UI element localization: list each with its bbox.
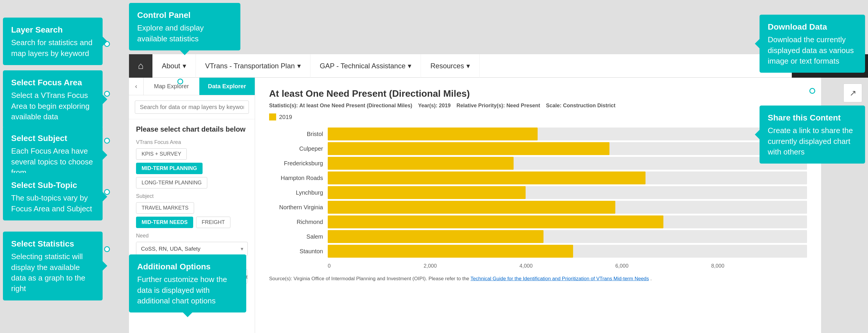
bar-track (328, 157, 807, 170)
panel-heading: Please select chart details below (136, 125, 248, 133)
bar-fill (328, 215, 663, 229)
focus-btn-longterm[interactable]: LONG-TERM PLANNING (136, 177, 207, 188)
x-axis-tick: 8,000 (711, 263, 807, 269)
subject-btn-travel[interactable]: TRAVEL MARKETS (136, 202, 194, 214)
share-button[interactable]: ↗ (843, 84, 862, 102)
bar-fill (328, 201, 615, 214)
bar-row: Northern Virginia (269, 201, 807, 214)
x-axis-tick: 6,000 (615, 263, 711, 269)
need-select-container: CoSS, RN, UDA, Safety ▾ (136, 242, 248, 255)
bar-track (328, 245, 807, 258)
bar-label: Richmond (269, 219, 328, 225)
tab-back-button[interactable]: ‹ (129, 78, 144, 95)
tooltip-layer-search: Layer Search Search for statistics and m… (3, 18, 102, 65)
bar-label: Hampton Roads (269, 175, 328, 181)
search-bar-container (129, 95, 255, 119)
tooltip-select-subtopic: Select Sub-Topic The sub-topics vary by … (3, 173, 102, 220)
need-select[interactable]: CoSS, RN, UDA, Safety (136, 242, 237, 255)
need-label: Need (136, 233, 248, 239)
legend-label: 2019 (279, 114, 292, 120)
x-axis-tick: 0 (328, 263, 424, 269)
bar-label: Culpeper (269, 145, 328, 152)
bar-row: Richmond (269, 215, 807, 229)
chart-area: At least One Need Present (Directional M… (255, 78, 821, 333)
chevron-down-icon: ▾ (466, 62, 470, 70)
meta-scale-value: Construction District (563, 102, 616, 109)
tooltip-select-focus-area: Select Focus Area Select a VTrans Focus … (3, 70, 102, 128)
meta-year-value: 2019 (439, 102, 451, 109)
bar-row: Bristol (269, 127, 807, 141)
focus-area-buttons: KPIS + SURVEY MID-TERM PLANNING LONG-TER… (136, 148, 248, 188)
bar-chart: Bristol Culpeper Fredericksburg Hampton … (269, 127, 807, 260)
connector-dot-control-panel (177, 79, 183, 84)
focus-btn-kpis[interactable]: KPIS + SURVEY (136, 148, 187, 160)
tooltip-select-statistics: Select Statistics Selecting statistic wi… (3, 232, 102, 300)
nav-vtrans[interactable]: VTrans - Transportation Plan ▾ (196, 54, 310, 78)
subject-btn-midterm[interactable]: MID-TERM NEEDS (136, 217, 193, 228)
meta-statistic-label: Statistic(s): (269, 102, 298, 109)
nav-gap[interactable]: GAP - Technical Assistance ▾ (310, 54, 421, 78)
bar-label: Bristol (269, 131, 328, 138)
bar-track (328, 215, 807, 229)
chart-legend: 2019 (269, 114, 807, 120)
meta-priority-value: Need Present (506, 102, 540, 109)
bar-track (328, 186, 807, 199)
subject-buttons: TRAVEL MARKETS MID-TERM NEEDS FREIGHT (136, 202, 248, 228)
tooltip-download-data: Download Data Download the currently dis… (760, 14, 865, 73)
bar-row: Staunton (269, 245, 807, 258)
meta-year-label: Year(s): (418, 102, 437, 109)
legend-color-box (269, 114, 276, 120)
bar-track (328, 142, 807, 155)
bar-track (328, 230, 807, 243)
bar-label: Lynchburg (269, 189, 328, 196)
bar-fill (328, 186, 526, 199)
bar-label: Salem (269, 233, 328, 240)
bar-track (328, 127, 807, 141)
tab-bar: ‹ Map Explorer Data Explorer (129, 78, 255, 95)
bar-fill (328, 230, 544, 243)
focus-btn-midterm[interactable]: MID-TERM PLANNING (136, 163, 203, 174)
bar-label: Fredericksburg (269, 160, 328, 167)
subject-label: Subject (136, 193, 248, 199)
bar-row: Fredericksburg (269, 157, 807, 170)
chevron-down-icon: ▾ (237, 246, 247, 252)
bar-label: Staunton (269, 248, 328, 255)
search-input[interactable] (135, 100, 249, 114)
tab-map-explorer[interactable]: Map Explorer (144, 78, 199, 95)
navbar: ⌂ About ▾ VTrans - Transportation Plan ▾… (129, 54, 868, 78)
tab-data-explorer[interactable]: Data Explorer (199, 78, 255, 95)
bar-label: Northern Virginia (269, 204, 328, 211)
bar-row: Hampton Roads (269, 172, 807, 184)
subject-btn-freight[interactable]: FREIGHT (196, 217, 230, 228)
nav-home-button[interactable]: ⌂ (129, 54, 152, 78)
bar-row: Culpeper (269, 142, 807, 155)
nav-resources[interactable]: Resources ▾ (421, 54, 479, 78)
chevron-down-icon: ▾ (297, 62, 301, 70)
tooltip-additional-options: Additional Options Further customize how… (129, 254, 246, 312)
x-axis-tick: 4,000 (520, 263, 615, 269)
connector-dot-download (809, 88, 815, 94)
bar-row: Lynchburg (269, 186, 807, 199)
meta-priority-label: Relative Priority(s): (457, 102, 505, 109)
bar-fill (328, 245, 573, 258)
bar-fill (328, 127, 538, 141)
chart-meta: Statistic(s): At least One Need Present … (269, 102, 807, 109)
chart-title: At least One Need Present (Directional M… (269, 88, 807, 99)
tooltip-share-content: Share this Content Create a link to shar… (760, 105, 865, 163)
tooltip-control-panel: Control Panel Explore and display availa… (129, 3, 240, 51)
bar-row: Salem (269, 230, 807, 243)
connector-dot-statistics (104, 246, 110, 252)
focus-area-label: VTrans Focus Area (136, 139, 248, 145)
bar-fill (328, 157, 514, 170)
x-axis-tick: 2,000 (424, 263, 520, 269)
bar-track (328, 201, 807, 214)
x-axis: 02,0004,0006,0008,000 (328, 263, 807, 269)
chevron-down-icon: ▾ (408, 62, 411, 70)
connector-dot-subject (104, 138, 110, 144)
bar-fill (328, 142, 610, 155)
bar-fill (328, 172, 646, 184)
source-link[interactable]: Technical Guide for the Identification a… (470, 276, 649, 281)
chart-source: Source(s): Virginia Office of Intermodal… (269, 275, 807, 282)
bar-track (328, 172, 807, 184)
chevron-down-icon: ▾ (183, 62, 186, 70)
